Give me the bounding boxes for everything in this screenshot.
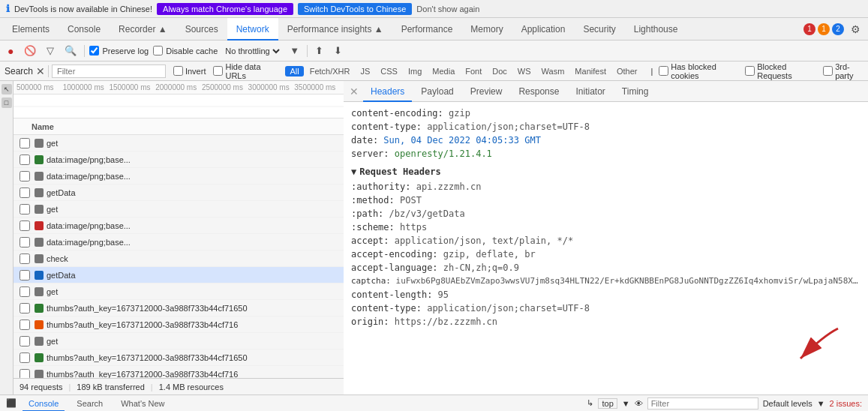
filter-js[interactable]: JS bbox=[356, 66, 375, 76]
always-match-button[interactable]: Always match Chrome's language bbox=[157, 3, 293, 15]
table-row[interactable]: data:image/png;base... bbox=[14, 168, 344, 184]
table-row[interactable]: get bbox=[14, 284, 344, 300]
tab-recorder[interactable]: Recorder ▲ bbox=[110, 18, 176, 40]
settings-icon[interactable]: ⚙ bbox=[846, 23, 865, 35]
row-checkbox[interactable] bbox=[20, 237, 30, 248]
console-tab-console[interactable]: Console bbox=[23, 395, 65, 412]
console-levels-dropdown[interactable]: ▼ bbox=[817, 399, 825, 408]
tab-performance-insights[interactable]: Performance insights ▲ bbox=[278, 18, 392, 40]
row-checkbox[interactable] bbox=[20, 220, 30, 231]
console-filter-input[interactable] bbox=[647, 398, 758, 410]
hide-data-urls-checkbox[interactable] bbox=[213, 66, 223, 76]
tab-security[interactable]: Security bbox=[574, 18, 624, 40]
blocked-requests-checkbox[interactable] bbox=[745, 66, 755, 76]
tab-timing[interactable]: Timing bbox=[614, 81, 656, 102]
tab-elements[interactable]: Elements bbox=[3, 18, 59, 40]
filter-css[interactable]: CSS bbox=[376, 66, 402, 76]
row-checkbox[interactable] bbox=[20, 188, 30, 198]
row-checkbox[interactable] bbox=[20, 154, 30, 165]
filter-doc[interactable]: Doc bbox=[488, 66, 512, 76]
table-row[interactable]: data:image/png;base... bbox=[14, 152, 344, 168]
upload-icon[interactable]: ⬆ bbox=[312, 44, 326, 58]
row-checkbox[interactable] bbox=[20, 254, 30, 264]
switch-devtools-button[interactable]: Switch DevTools to Chinese bbox=[298, 3, 412, 15]
table-row[interactable]: check bbox=[14, 250, 344, 267]
row-checkbox[interactable] bbox=[20, 270, 30, 280]
table-row[interactable]: get bbox=[14, 135, 344, 152]
console-eye-icon[interactable]: 👁 bbox=[635, 399, 643, 408]
filter-input[interactable] bbox=[52, 64, 166, 78]
table-row[interactable]: thumbs?auth_key=1673712000-3a988f733b44c… bbox=[14, 350, 344, 366]
clear-button[interactable]: 🚫 bbox=[21, 44, 39, 58]
has-blocked-cookies-checkbox[interactable] bbox=[659, 66, 668, 76]
disable-cache-label[interactable]: Disable cache bbox=[153, 46, 218, 56]
hide-data-urls-label[interactable]: Hide data URLs bbox=[213, 62, 276, 80]
tab-application[interactable]: Application bbox=[512, 18, 575, 40]
tab-preview[interactable]: Preview bbox=[463, 81, 510, 102]
table-row[interactable]: get bbox=[14, 201, 344, 218]
tab-lighthouse[interactable]: Lighthouse bbox=[625, 18, 687, 40]
row-checkbox[interactable] bbox=[20, 369, 30, 379]
detail-close-button[interactable]: ✕ bbox=[347, 86, 362, 98]
row-checkbox[interactable] bbox=[20, 204, 30, 214]
tab-response[interactable]: Response bbox=[511, 81, 566, 102]
row-checkbox[interactable] bbox=[20, 320, 30, 330]
table-row[interactable]: thumbs?auth_key=1673712000-3a988f733b44c… bbox=[14, 366, 344, 378]
preserve-log-label[interactable]: Preserve log bbox=[89, 46, 149, 56]
filter-wasm[interactable]: Wasm bbox=[537, 66, 569, 76]
filter-fetch-xhr[interactable]: Fetch/XHR bbox=[305, 66, 355, 76]
third-party-checkbox[interactable] bbox=[823, 66, 833, 76]
third-party-label[interactable]: 3rd-party bbox=[823, 62, 863, 80]
row-checkbox[interactable] bbox=[20, 286, 30, 297]
blocked-requests-label[interactable]: Blocked Requests bbox=[745, 62, 815, 80]
invert-checkbox[interactable] bbox=[173, 66, 183, 76]
row-checkbox[interactable] bbox=[20, 352, 30, 363]
tab-headers[interactable]: Headers bbox=[363, 81, 412, 102]
network-request-list[interactable]: get data:image/png;base... data:image/pn… bbox=[14, 135, 344, 378]
tab-sources[interactable]: Sources bbox=[176, 18, 227, 40]
disable-cache-checkbox[interactable] bbox=[153, 46, 163, 56]
tab-payload[interactable]: Payload bbox=[413, 81, 461, 102]
preserve-log-checkbox[interactable] bbox=[89, 46, 99, 56]
tab-performance[interactable]: Performance bbox=[392, 18, 462, 40]
invert-label[interactable]: Invert bbox=[173, 66, 206, 76]
record-button[interactable]: ● bbox=[5, 44, 17, 58]
console-dropdown-icon[interactable]: ▼ bbox=[622, 399, 630, 408]
tab-initiator[interactable]: Initiator bbox=[568, 81, 612, 102]
row-checkbox[interactable] bbox=[20, 336, 30, 346]
filter-media[interactable]: Media bbox=[428, 66, 459, 76]
filter-manifest[interactable]: Manifest bbox=[570, 66, 611, 76]
table-row[interactable]: thumbs?auth_key=1673712000-3a988f733b44c… bbox=[14, 300, 344, 316]
tab-console[interactable]: Console bbox=[59, 18, 110, 40]
console-default-levels[interactable]: Default levels bbox=[763, 399, 812, 408]
section-toggle-icon[interactable]: ▼ bbox=[351, 166, 356, 177]
filter-ws[interactable]: WS bbox=[513, 66, 536, 76]
tab-network[interactable]: Network bbox=[227, 18, 278, 40]
filter-all[interactable]: All bbox=[285, 66, 303, 76]
table-row[interactable]: get bbox=[14, 333, 344, 350]
row-checkbox[interactable] bbox=[20, 171, 30, 182]
console-tab-search[interactable]: Search bbox=[71, 395, 109, 412]
throttle-select[interactable]: No throttling bbox=[222, 46, 282, 56]
filter-icon[interactable]: ▽ bbox=[44, 44, 57, 58]
download-icon[interactable]: ⬇ bbox=[331, 44, 345, 58]
table-row[interactable]: getData bbox=[14, 267, 344, 284]
table-row[interactable]: getData bbox=[14, 184, 344, 201]
tab-memory[interactable]: Memory bbox=[461, 18, 512, 40]
has-blocked-cookies-label[interactable]: Has blocked cookies bbox=[659, 62, 737, 80]
row-checkbox[interactable] bbox=[20, 303, 30, 314]
table-row[interactable]: thumbs?auth_key=1673712000-3a988f733b44c… bbox=[14, 316, 344, 333]
device-icon[interactable]: □ bbox=[2, 98, 12, 108]
console-tab-whats-new[interactable]: What's New bbox=[115, 395, 170, 412]
table-row[interactable]: data:image/png;base... bbox=[14, 234, 344, 250]
search-close-button[interactable]: ✕ bbox=[36, 65, 45, 77]
search-button[interactable]: 🔍 bbox=[62, 44, 80, 58]
dont-show-button[interactable]: Don't show again bbox=[416, 4, 479, 14]
cursor-icon[interactable]: ↖ bbox=[2, 84, 12, 94]
filter-other[interactable]: Other bbox=[612, 66, 642, 76]
filter-font[interactable]: Font bbox=[461, 66, 486, 76]
filter-img[interactable]: Img bbox=[404, 66, 426, 76]
throttle-dropdown[interactable]: ▼ bbox=[287, 44, 302, 58]
row-checkbox[interactable] bbox=[20, 138, 30, 148]
table-row[interactable]: data:image/png;base... bbox=[14, 218, 344, 234]
